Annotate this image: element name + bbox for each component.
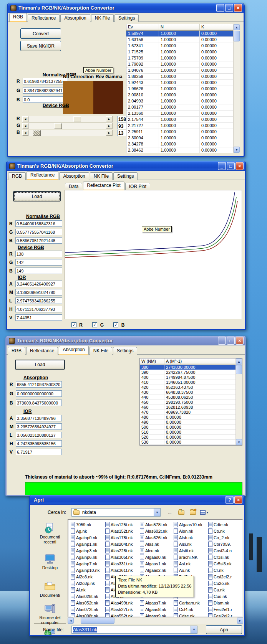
file-item[interactable]: Fesi2el1.r (208, 606, 244, 613)
device-b-slider[interactable]: ◄ ► (22, 130, 113, 136)
file-item[interactable]: Againp3.nk (71, 547, 105, 554)
tab-nk-file[interactable]: NK File (90, 172, 113, 180)
titlebar[interactable]: Tinman's RGB/NK/Absorption Convertor _ □… (7, 336, 245, 345)
table-row[interactable]: 2.34278 1.00000 0.00000 (126, 141, 239, 147)
file-item[interactable]: Cu2o.nk (208, 580, 244, 586)
file-item[interactable]: Againp0.nk (71, 534, 105, 541)
scroll-down-icon[interactable]: ▼ (234, 147, 240, 153)
open-button[interactable]: Apri (206, 625, 242, 634)
file-item[interactable]: Alsiti.nk (174, 547, 208, 554)
tab-reflectance[interactable]: Reflectance (27, 171, 58, 180)
slider-right-icon[interactable]: ► (106, 130, 112, 136)
file-item[interactable]: Cdte.nk (208, 521, 244, 528)
table-row[interactable]: 2.09177 1.00000 0.00000 (126, 104, 239, 111)
table-row[interactable]: 420 952363.43750 (140, 385, 242, 390)
file-item[interactable]: Alas626t.nk (140, 534, 174, 541)
file-item[interactable]: Alas072t.nk (71, 606, 105, 613)
close-icon[interactable]: × (235, 162, 244, 170)
scroll-thumb[interactable] (234, 31, 240, 41)
tab-rgb[interactable]: RGB (8, 347, 25, 355)
file-item[interactable]: Algaas1.nk (140, 560, 174, 567)
tab-absorption[interactable]: Absorption (59, 172, 89, 180)
normalise-g-field[interactable] (15, 229, 62, 235)
tab-reflectance[interactable]: Reflectance (28, 14, 60, 22)
device-g-slider[interactable]: ◄ ► (22, 123, 113, 129)
table-row[interactable]: 460 162812.60938 (140, 405, 242, 410)
ior-l-field[interactable] (16, 432, 62, 438)
convert-button[interactable]: Convert (20, 28, 61, 39)
tab-rgb[interactable]: RGB (9, 13, 27, 22)
ior-v-field[interactable] (15, 314, 62, 321)
file-item[interactable]: Alas152t.nk (105, 528, 140, 534)
file-item[interactable]: Cr3si.nk (208, 554, 244, 560)
file-item[interactable]: Diam.nk (208, 599, 244, 606)
file-item[interactable]: Alcu.nk (140, 547, 174, 554)
file-item[interactable]: Asi.nk (174, 560, 208, 567)
file-item[interactable]: Ag.nk (71, 528, 105, 534)
device-g-field[interactable] (15, 259, 62, 266)
file-list-hscrollbar[interactable]: ◄ ► (68, 617, 243, 624)
scroll-thumb[interactable] (81, 618, 114, 624)
close-icon[interactable]: × (234, 4, 242, 12)
device-b-field[interactable] (15, 268, 62, 274)
ior-m-field[interactable] (16, 423, 62, 430)
tab-settings[interactable]: Settings (113, 172, 138, 180)
save-nk-ior-button[interactable]: Save NK/IOR (20, 41, 61, 51)
ior-m-field[interactable] (15, 289, 62, 296)
table-row[interactable]: 2.13360 1.00000 0.00000 (126, 111, 239, 117)
checkbox-b[interactable]: ✓ (113, 322, 118, 327)
tab-nk-file[interactable]: NK File (90, 347, 112, 355)
file-item[interactable]: Againp7.nk (71, 560, 105, 567)
table-row[interactable]: 410 1346051.00000 (140, 380, 242, 385)
checkbox-g[interactable]: ✓ (92, 322, 97, 327)
file-item[interactable]: Algaas7.nk (140, 599, 174, 606)
table-row[interactable]: 1.84076 1.00000 0.00000 (126, 68, 239, 74)
tab-ior-plot[interactable]: IOR Plot (125, 183, 150, 190)
file-item[interactable]: Algaas0.nk (140, 554, 174, 560)
file-item[interactable]: Alas228t.nk (105, 547, 140, 554)
scroll-up-icon[interactable]: ▲ (234, 24, 240, 30)
checkbox-r[interactable]: ✓ (71, 322, 76, 327)
table-row[interactable]: 430 664838.37500 (140, 390, 242, 395)
absorption-b-field[interactable] (16, 400, 62, 406)
minimize-button[interactable]: _ (218, 162, 226, 170)
scroll-left-icon[interactable]: ◄ (68, 618, 74, 624)
table-scrollbar[interactable]: ▲ ▼ (233, 24, 240, 153)
minimize-button[interactable]: _ (218, 337, 226, 345)
tab-data[interactable]: Data (65, 183, 82, 190)
file-item[interactable]: Alon.nk (174, 528, 208, 534)
device-r-slider[interactable]: ◄ ► (22, 116, 113, 122)
help-icon[interactable]: ? (226, 496, 234, 504)
file-item[interactable]: Againp1.nk (71, 541, 105, 547)
table-row[interactable]: 470 40969.73828 (140, 410, 242, 415)
column-header-ev[interactable]: Ev (126, 24, 159, 31)
file-item[interactable]: Al.nk (71, 586, 105, 593)
file-item[interactable]: Alas204t.nk (105, 541, 140, 547)
device-r-field[interactable] (15, 251, 62, 257)
table-row[interactable]: 530 0.00000 (140, 440, 242, 445)
tab-absorption[interactable]: Absorption (59, 346, 88, 355)
file-item[interactable]: Al2o3.nk (71, 573, 105, 580)
table-row[interactable]: 1.96626 1.00000 0.00000 (126, 86, 239, 92)
file-item[interactable]: Algaas8.nk (140, 606, 174, 613)
titlebar[interactable]: Apri ? × (30, 495, 244, 505)
table-row[interactable]: 2.04993 1.00000 0.00000 (126, 98, 239, 104)
file-item[interactable]: Alas578t.nk (140, 521, 174, 528)
table-row[interactable]: 490 0.00000 (140, 420, 242, 425)
table-row[interactable]: 2.30094 1.00000 0.00000 (126, 135, 239, 141)
normalise-b-field[interactable] (23, 96, 68, 103)
table-row[interactable]: 440 453808.06250 (140, 395, 242, 400)
file-item[interactable]: Co_2.nk (208, 534, 244, 541)
table-scrollbar[interactable]: ▲ ▼ (235, 358, 242, 445)
normalise-b-field[interactable] (15, 237, 62, 244)
file-item[interactable]: Alas028t.nk (71, 593, 105, 599)
file-item[interactable]: Alas.nk (140, 541, 174, 547)
close-icon[interactable]: × (234, 496, 242, 504)
file-item[interactable]: arachi.NK (174, 554, 208, 560)
slider-thumb[interactable] (73, 116, 81, 122)
file-item[interactable]: Alas178t.nk (105, 534, 140, 541)
slider-right-icon[interactable]: ► (106, 116, 112, 122)
file-item[interactable]: Alsi.nk (174, 541, 208, 547)
normalise-r-field[interactable] (23, 78, 68, 84)
scroll-right-icon[interactable]: ► (237, 618, 243, 624)
